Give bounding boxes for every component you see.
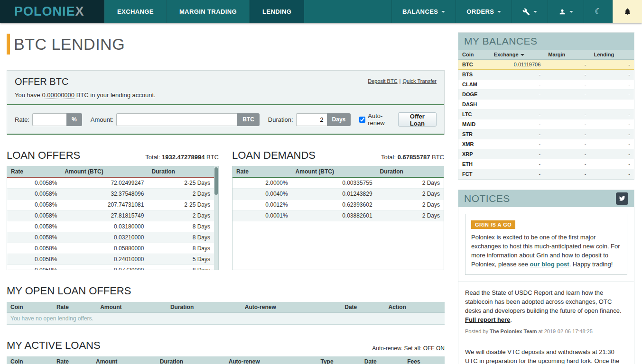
balance-row-dash[interactable]: DASH--- <box>458 100 634 109</box>
column-header-date[interactable]: Date <box>361 356 403 364</box>
notice-posted: Posted by The Poloniex Team at 2019-02-0… <box>465 328 627 334</box>
sidebar: MY BALANCES CoinExchangeMarginLending BT… <box>458 32 634 364</box>
column-header-date[interactable]: Date <box>341 302 384 313</box>
column-header-amount[interactable]: Amount <box>96 302 167 313</box>
column-header-auto-renew[interactable]: Auto-renew <box>241 302 341 313</box>
offer-loan-button[interactable]: Offer Loan <box>398 112 437 127</box>
notifications-button[interactable] <box>613 0 642 23</box>
scrollbar-thumb[interactable] <box>214 167 218 195</box>
duration-cell: 2 Days <box>376 200 444 210</box>
column-header-duration[interactable]: Duration <box>148 166 214 177</box>
loan-offer-row[interactable]: 0.0058%0.032100008 Days <box>7 232 214 243</box>
column-header-amount-btc-[interactable]: Amount (BTC) <box>292 166 376 177</box>
nav-tabs: EXCHANGEMARGIN TRADINGLENDING <box>104 0 304 23</box>
poloniex-logo[interactable]: POLONIEX <box>0 0 104 23</box>
column-header-auto-renew[interactable]: Auto-renew <box>225 356 317 364</box>
balance-row-xrp[interactable]: XRP--- <box>458 149 634 159</box>
column-header-duration[interactable]: Duration <box>167 302 241 313</box>
exchange-cell: - <box>490 70 545 80</box>
deposit-btc-link[interactable]: Deposit BTC <box>368 78 397 84</box>
balance-row-xmr[interactable]: XMR--- <box>458 139 634 149</box>
total-unit: BTC <box>432 154 444 161</box>
notices-list: GRIN IS A GOPoloniex is excited to be on… <box>458 207 634 364</box>
amount-input[interactable] <box>116 113 237 126</box>
notice-link[interactable]: Full report here <box>465 316 510 323</box>
notice-link[interactable]: our blog post <box>530 261 569 268</box>
twitter-button[interactable] <box>616 192 628 205</box>
autorenew-toggle[interactable]: Auto-renew <box>359 112 389 127</box>
empty-row: You have no open lending offers. <box>7 313 445 325</box>
lending-cell: - <box>590 149 634 159</box>
balances-menu[interactable]: BALANCES <box>391 0 456 23</box>
loan-demands-table: RateAmount (BTC)Duration 2.0000%0.003357… <box>232 166 444 270</box>
loan-offer-row[interactable]: 0.0058%72.024992472-25 Days <box>7 177 214 189</box>
column-header-exchange[interactable]: Exchange <box>490 50 545 60</box>
loan-offer-row[interactable]: 0.0058%0.077200008 Days <box>7 265 214 271</box>
duration-input[interactable] <box>296 113 327 126</box>
lending-cell: - <box>590 70 634 80</box>
column-header-amount-btc-[interactable]: Amount (BTC) <box>61 166 148 177</box>
loan-offer-row[interactable]: 0.0058%0.031800008 Days <box>7 221 214 232</box>
coin-cell: XRP <box>458 149 490 159</box>
column-header-lending[interactable]: Lending <box>590 50 634 60</box>
column-header-coin[interactable]: Coin <box>7 356 53 364</box>
loan-demand-row[interactable]: 0.0040%0.012438292 Days <box>233 189 444 200</box>
orders-menu-label: ORDERS <box>466 8 494 15</box>
account-menu[interactable] <box>548 0 584 23</box>
column-header-rate[interactable]: Rate <box>53 356 92 364</box>
column-header-coin[interactable]: Coin <box>458 50 490 60</box>
column-header-margin[interactable]: Margin <box>544 50 590 60</box>
balance-row-clam[interactable]: CLAM--- <box>458 80 634 90</box>
nav-tab-margin-trading[interactable]: MARGIN TRADING <box>167 0 250 23</box>
balance-row-btc[interactable]: BTC0.01119706-- <box>458 60 634 70</box>
wrench-icon <box>522 8 530 16</box>
balance-row-doge[interactable]: DOGE--- <box>458 90 634 100</box>
column-header-amount[interactable]: Amount <box>92 356 156 364</box>
setall-on-link[interactable]: ON <box>436 345 445 352</box>
loan-demand-row[interactable]: 2.0000%0.003357552 Days <box>233 177 444 189</box>
quick-transfer-link[interactable]: Quick Transfer <box>402 78 437 84</box>
column-header-type[interactable]: Type <box>316 356 360 364</box>
balance-row-fct[interactable]: FCT--- <box>458 169 634 179</box>
column-header-duration[interactable]: Duration <box>156 356 225 364</box>
scrollbar-track[interactable] <box>214 166 218 270</box>
nav-tab-exchange[interactable]: EXCHANGE <box>104 0 167 23</box>
theme-toggle[interactable]: ☾ <box>584 0 613 23</box>
setall-off-link[interactable]: OFF <box>423 345 435 352</box>
settings-menu[interactable] <box>512 0 548 23</box>
my-open-loan-offers-title: MY OPEN LOAN OFFERS <box>7 285 131 297</box>
loan-offer-row[interactable]: 0.0058%207.747310812-25 Days <box>7 200 214 210</box>
loan-demand-row[interactable]: 0.0012%0.623936022 Days <box>233 200 444 210</box>
column-header-coin[interactable]: Coin <box>7 302 53 313</box>
column-header-rate[interactable]: Rate <box>53 302 96 313</box>
balance-row-ltc[interactable]: LTC--- <box>458 109 634 119</box>
duration-cell: 2-25 Days <box>148 200 214 210</box>
column-header-fees[interactable]: Fees <box>403 356 445 364</box>
autorenew-checkbox[interactable] <box>359 117 365 123</box>
loan-offer-row[interactable]: 0.0058%0.058800008 Days <box>7 243 214 254</box>
rate-input[interactable] <box>32 113 66 126</box>
rate-label: Rate: <box>15 116 29 123</box>
loan-offer-row[interactable]: 0.0058%0.240100005 Days <box>7 254 214 265</box>
exchange-cell: - <box>490 90 545 100</box>
balance-row-bts[interactable]: BTS--- <box>458 70 634 80</box>
my-balances-panel: MY BALANCES CoinExchangeMarginLending BT… <box>458 32 634 180</box>
column-header-rate[interactable]: Rate <box>233 166 292 177</box>
column-header-duration[interactable]: Duration <box>376 166 444 177</box>
page-title: BTC LENDING <box>7 33 445 55</box>
orders-menu[interactable]: ORDERS <box>456 0 512 23</box>
column-header-action[interactable]: Action <box>385 302 445 313</box>
nav-tab-lending[interactable]: LENDING <box>250 0 304 23</box>
balance-row-maid[interactable]: MAID--- <box>458 119 634 129</box>
column-header-rate[interactable]: Rate <box>7 166 61 177</box>
margin-cell: - <box>544 70 590 80</box>
offer-panel: OFFER BTC Deposit BTC|Quick Transfer You… <box>7 70 445 135</box>
duration-cell: 8 Days <box>148 221 214 232</box>
twitter-icon <box>618 195 626 202</box>
rate-cell: 0.0058% <box>7 254 61 265</box>
balance-row-str[interactable]: STR--- <box>458 129 634 139</box>
balance-row-eth[interactable]: ETH--- <box>458 159 634 169</box>
loan-offer-row[interactable]: 0.0058%32.375480962 Days <box>7 189 214 200</box>
loan-offer-row[interactable]: 0.0058%27.818157492 Days <box>7 210 214 221</box>
loan-demand-row[interactable]: 0.0001%0.038826012 Days <box>233 210 444 221</box>
